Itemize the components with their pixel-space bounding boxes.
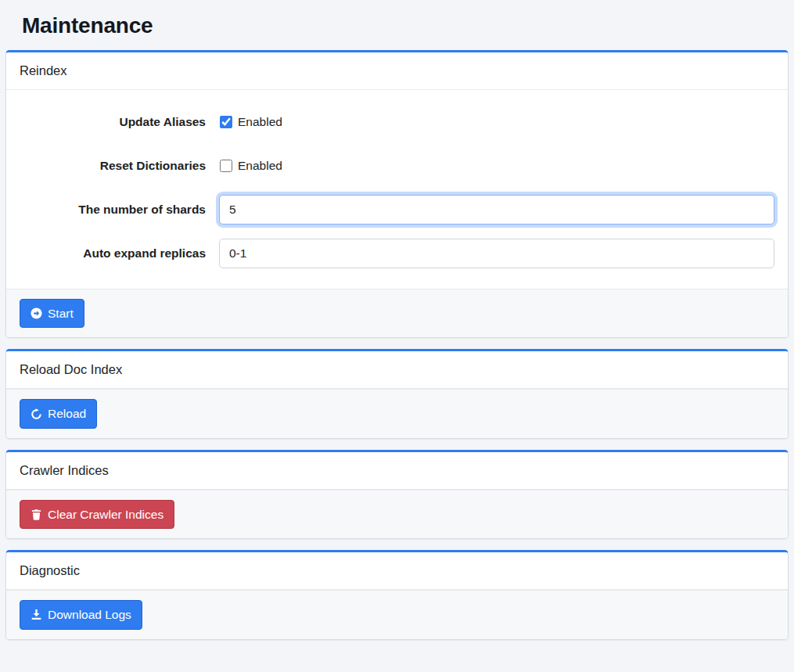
update-aliases-checkbox[interactable] xyxy=(220,116,232,128)
reload-doc-index-card-title: Reload Doc Index xyxy=(6,351,788,389)
reindex-card-body: Update Aliases Enabled Reset Dictionarie… xyxy=(6,90,788,289)
arrow-circle-right-icon xyxy=(31,307,42,319)
diagnostic-card-footer: Download Logs xyxy=(6,590,788,638)
auto-expand-replicas-row: Auto expand replicas xyxy=(20,239,774,268)
reindex-card-title: Reindex xyxy=(6,52,788,90)
sync-icon xyxy=(31,408,42,420)
crawler-indices-card-footer: Clear Crawler Indices xyxy=(6,490,788,538)
download-logs-button-label: Download Logs xyxy=(48,607,131,622)
update-aliases-checkbox-text: Enabled xyxy=(238,115,282,129)
number-of-shards-label: The number of shards xyxy=(20,203,219,217)
number-of-shards-control xyxy=(219,195,774,225)
diagnostic-card-title: Diagnostic xyxy=(6,552,788,590)
clear-crawler-indices-button-label: Clear Crawler Indices xyxy=(48,507,163,522)
diagnostic-card: Diagnostic Download Logs xyxy=(5,550,789,639)
number-of-shards-row: The number of shards xyxy=(20,195,774,225)
reset-dictionaries-checkbox[interactable] xyxy=(220,160,232,172)
crawler-indices-card: Crawler Indices Clear Crawler Indices xyxy=(5,450,789,539)
maintenance-page: Maintenance Reindex Update Aliases Enabl… xyxy=(0,0,794,659)
download-icon xyxy=(31,609,42,620)
clear-crawler-indices-button[interactable]: Clear Crawler Indices xyxy=(20,500,174,529)
auto-expand-replicas-label: Auto expand replicas xyxy=(20,246,219,261)
page-title: Maintenance xyxy=(5,0,789,50)
start-button-label: Start xyxy=(48,306,74,321)
reset-dictionaries-row: Reset Dictionaries Enabled xyxy=(20,151,774,181)
reindex-card: Reindex Update Aliases Enabled Reset Dic… xyxy=(5,50,789,338)
number-of-shards-input[interactable] xyxy=(219,195,774,225)
reset-dictionaries-control: Enabled xyxy=(219,159,774,173)
trash-icon xyxy=(31,508,42,520)
start-button[interactable]: Start xyxy=(20,299,84,328)
download-logs-button[interactable]: Download Logs xyxy=(20,600,142,629)
crawler-indices-card-title: Crawler Indices xyxy=(6,452,788,490)
reset-dictionaries-label: Reset Dictionaries xyxy=(20,159,219,173)
reload-doc-index-card: Reload Doc Index Reload xyxy=(5,349,789,438)
auto-expand-replicas-input[interactable] xyxy=(219,239,774,268)
update-aliases-row: Update Aliases Enabled xyxy=(20,107,774,137)
update-aliases-control: Enabled xyxy=(219,115,774,129)
reload-button-label: Reload xyxy=(48,406,86,421)
reindex-card-footer: Start xyxy=(6,289,788,337)
reset-dictionaries-checkbox-text: Enabled xyxy=(238,159,282,173)
reload-button[interactable]: Reload xyxy=(20,399,97,428)
auto-expand-replicas-control xyxy=(219,239,774,268)
reload-doc-index-card-footer: Reload xyxy=(6,389,788,437)
update-aliases-label: Update Aliases xyxy=(20,115,219,129)
